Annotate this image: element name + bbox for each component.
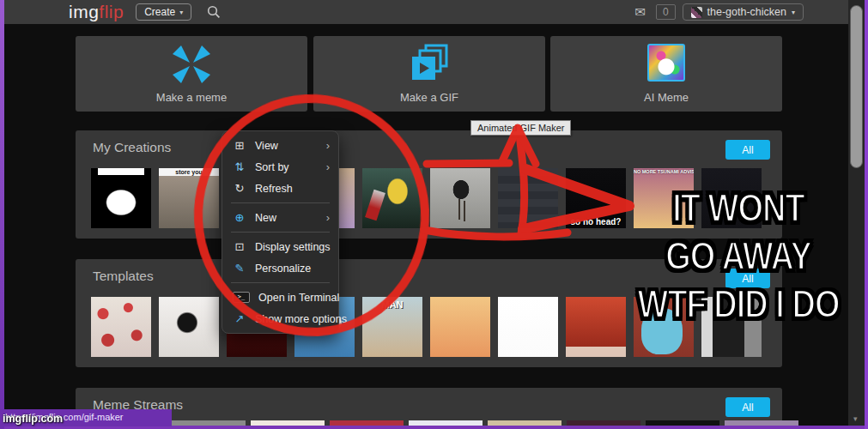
- menu-item-label: Open in Terminal: [258, 292, 339, 304]
- search-icon[interactable]: [207, 5, 221, 19]
- terminal-icon: >_: [233, 292, 250, 303]
- make-a-gif-card[interactable]: Make a GIF: [313, 36, 545, 112]
- user-menu[interactable]: the-goth-chicken ▾: [683, 3, 804, 21]
- thumb-baby-bird[interactable]: [430, 168, 490, 228]
- menu-separator: [231, 282, 330, 283]
- menu-item-show-more-options[interactable]: ↗Show more options: [222, 308, 338, 329]
- gif-stack-icon: [407, 44, 452, 90]
- display-settings-icon: ⊡: [233, 240, 246, 253]
- thumb-caption: store you: [159, 168, 219, 176]
- submenu-chevron-icon: ›: [326, 160, 330, 173]
- refresh-icon: ↻: [233, 182, 246, 195]
- section-title: Templates: [93, 269, 154, 284]
- mail-icon[interactable]: ✉: [634, 4, 646, 20]
- menu-item-display-settings[interactable]: ⊡Display settings: [222, 236, 338, 257]
- meme-caption-line: IT WONT: [610, 184, 867, 232]
- thumb-sunset-stickman[interactable]: [430, 297, 490, 357]
- menu-item-label: Sort by: [255, 161, 318, 173]
- menu-item-label: Personalize: [255, 263, 330, 275]
- meme-streams-all-button[interactable]: All: [725, 397, 770, 417]
- chevron-down-icon: ▾: [179, 9, 183, 16]
- imgflip-watermark: imgflip.com: [3, 413, 63, 425]
- thumb-caption: NO MORE TSUNAMI ADVISORY: [634, 169, 694, 174]
- menu-item-open-in-terminal[interactable]: >_Open in Terminal: [222, 287, 338, 308]
- scrollbar-track[interactable]: ▾: [848, 0, 865, 426]
- menu-item-personalize[interactable]: ✎Personalize: [222, 257, 338, 279]
- menu-item-new[interactable]: ⊕New›: [222, 207, 338, 228]
- my-creations-all-button[interactable]: All: [725, 140, 770, 160]
- site-header: imgflip Create ▾ ✉ 0 the-goth-chicken ▾: [4, 0, 848, 24]
- ai-meme-card[interactable]: AI Meme: [550, 36, 782, 112]
- username: the-goth-chicken: [707, 6, 786, 18]
- show-more-options-icon: ↗: [233, 312, 246, 325]
- thumb-silhouette-meme[interactable]: [91, 168, 151, 228]
- avatar: [691, 7, 702, 18]
- menu-item-label: Show more options: [255, 313, 347, 325]
- desktop-edge-right: [865, 0, 868, 429]
- section-title: My Creations: [93, 140, 171, 155]
- submenu-chevron-icon: ›: [326, 211, 330, 224]
- new-icon: ⊕: [233, 211, 246, 224]
- menu-item-label: View: [255, 140, 318, 152]
- ai-meme-icon: [647, 44, 685, 82]
- thumb-stoat[interactable]: store you: [159, 168, 219, 228]
- logo-flip-part: flip: [99, 2, 124, 21]
- logo-img-part: img: [69, 2, 99, 21]
- meme-streams-section: Meme Streams All: [76, 388, 782, 426]
- meme-caption-line: GO AWAY: [610, 232, 867, 280]
- thumb-caption: MAN: [362, 299, 422, 310]
- screenshot-canvas: imgflip Create ▾ ✉ 0 the-goth-chicken ▾ …: [0, 0, 868, 429]
- meme-caption-line: WTF DID I DO: [610, 280, 867, 328]
- thumb-chat-screenshot[interactable]: [498, 168, 558, 228]
- menu-item-refresh[interactable]: ↻Refresh: [222, 178, 338, 199]
- menu-item-sort-by[interactable]: ⇅Sort by›: [222, 156, 338, 178]
- create-button[interactable]: Create ▾: [136, 3, 191, 21]
- thumb-troll-scream[interactable]: [159, 297, 219, 357]
- pinwheel-meme-icon: [171, 44, 212, 88]
- tooltip: Animated GIF Maker: [470, 120, 571, 136]
- personalize-icon: ✎: [233, 262, 246, 275]
- meme-caption: IT WONT GO AWAY WTF DID I DO: [610, 184, 867, 328]
- desktop-edge-left: [0, 0, 4, 429]
- scrollbar-thumb[interactable]: [850, 5, 863, 168]
- menu-separator: [231, 202, 330, 203]
- menu-item-view[interactable]: ⊞View›: [222, 135, 338, 156]
- thumb-toilet-beach[interactable]: MAN: [362, 297, 422, 357]
- make-a-meme-card[interactable]: Make a meme: [76, 36, 307, 112]
- view-icon: ⊞: [233, 139, 246, 152]
- thumb-heart-collage[interactable]: [91, 297, 151, 357]
- menu-separator: [231, 232, 330, 233]
- menu-item-label: Display settings: [255, 241, 331, 253]
- sort-icon: ⇅: [233, 160, 246, 173]
- notification-count[interactable]: 0: [656, 4, 676, 20]
- menu-item-label: New: [255, 212, 318, 224]
- card-label: Make a GIF: [400, 91, 458, 104]
- menu-item-label: Refresh: [255, 183, 330, 195]
- thumb-blank-white[interactable]: [498, 297, 558, 357]
- scroll-down-icon[interactable]: ▾: [853, 414, 858, 423]
- windows-context-menu: ⊞View›⇅Sort by›↻Refresh⊕New›⊡Display set…: [222, 130, 339, 334]
- submenu-chevron-icon: ›: [326, 139, 330, 152]
- card-label: Make a meme: [156, 91, 227, 104]
- card-label: AI Meme: [644, 91, 689, 104]
- imgflip-logo[interactable]: imgflip: [69, 2, 124, 22]
- thumb-corn-scream[interactable]: [362, 168, 422, 228]
- chevron-down-icon: ▾: [792, 9, 795, 16]
- create-button-label: Create: [144, 6, 175, 18]
